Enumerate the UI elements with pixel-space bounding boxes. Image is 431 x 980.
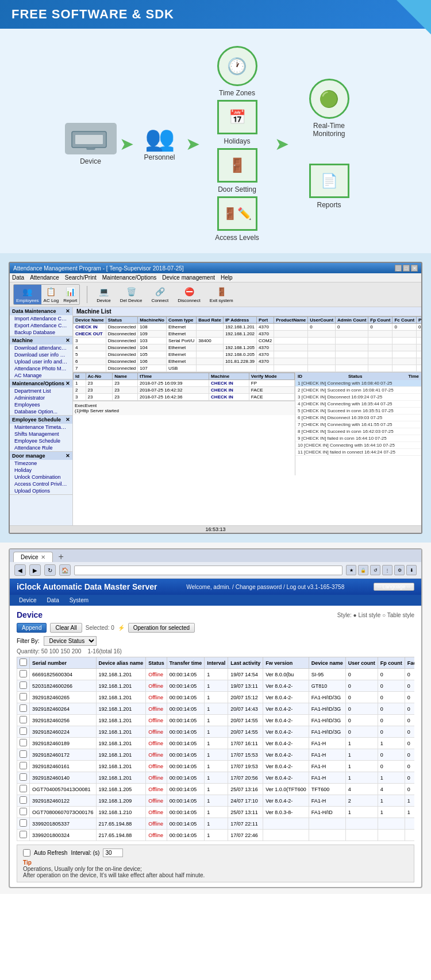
- sidebar-ac-manage[interactable]: AC Manage: [10, 372, 72, 379]
- device-icon: [65, 123, 117, 154]
- device-btn[interactable]: 💻 Device: [94, 285, 113, 304]
- back-btn[interactable]: ◀: [14, 564, 26, 576]
- row-checkbox[interactable]: [20, 796, 27, 804]
- row-checkbox[interactable]: [20, 773, 27, 781]
- sidebar-upload-options[interactable]: Upload Options: [10, 487, 72, 494]
- url-bar[interactable]: http://192.168.1.88:8082/iclock/data/Icl…: [74, 565, 343, 575]
- wcol-fp: Fp count: [378, 657, 405, 669]
- browser-tab-close-btn[interactable]: ✕: [41, 554, 45, 560]
- exit-btn[interactable]: 🚪 Exit system: [207, 285, 236, 304]
- menu-maintenance[interactable]: Maintenance/Options: [102, 274, 157, 281]
- refresh-btn[interactable]: ↻: [44, 564, 56, 576]
- win-maximize-btn[interactable]: □: [403, 265, 410, 272]
- browser-settings-btn[interactable]: ⚙: [394, 565, 405, 575]
- browser-tab-device[interactable]: Device ✕: [13, 552, 53, 562]
- win-close-btn[interactable]: ✕: [411, 265, 418, 272]
- tab-ac-log[interactable]: 📋 AC Log: [41, 285, 61, 304]
- row-checkbox[interactable]: [20, 762, 27, 769]
- sidebar-attendance-rule[interactable]: Attendance Rule: [10, 444, 72, 451]
- menu-search-print[interactable]: Search/Print: [65, 274, 97, 281]
- col-id: Id: [74, 373, 86, 380]
- filter-select[interactable]: Device Status: [44, 636, 97, 646]
- sidebar-unlock-comb[interactable]: Unlock Combination: [10, 474, 72, 481]
- nav-device[interactable]: Device: [14, 596, 41, 605]
- list-item: OGT70400570413O0081192.168.1.205Offline0…: [17, 784, 415, 795]
- style-options: Style: ● List style ○ Table style: [337, 612, 414, 618]
- new-tab-btn[interactable]: +: [56, 552, 66, 562]
- row-checkbox[interactable]: [20, 727, 27, 735]
- disconnect-btn[interactable]: ⛔ Disconnect: [175, 285, 203, 304]
- row-checkbox[interactable]: [20, 693, 27, 700]
- col-status: Status: [106, 317, 137, 324]
- sidebar-timezone[interactable]: Timezone: [10, 460, 72, 467]
- forward-btn[interactable]: ▶: [29, 564, 41, 576]
- nav-data[interactable]: Data: [43, 596, 64, 605]
- interval-input[interactable]: [103, 849, 123, 857]
- nav-system[interactable]: System: [65, 596, 93, 605]
- win-minimize-btn[interactable]: _: [395, 265, 402, 272]
- browser-download-btn[interactable]: ⬇: [406, 565, 417, 575]
- sidebar-employees[interactable]: Employees: [10, 401, 72, 408]
- menu-device-mgmt[interactable]: Device management: [162, 274, 215, 281]
- sidebar-administrator[interactable]: Administrator: [10, 394, 72, 401]
- log-entry: 2 [CHECK IN] Succeed in conn 16:08:41 07…: [295, 387, 421, 394]
- browser-star-btn[interactable]: ★: [346, 565, 356, 575]
- col-verify: Verify Mode: [249, 373, 294, 380]
- sidebar-export-attendance[interactable]: Export Attendance Checking Data: [10, 322, 72, 329]
- arrow-2: ➤: [186, 134, 200, 154]
- sidebar-shifts[interactable]: Shifts Management: [10, 431, 72, 437]
- operation-btn[interactable]: Operation for selected: [128, 623, 195, 633]
- sidebar-timetables[interactable]: Maintenance Timetables: [10, 424, 72, 431]
- home-btn[interactable]: 🏠: [59, 564, 71, 576]
- tab-report[interactable]: 📊 Report: [61, 285, 79, 304]
- col-product: ProductName: [274, 317, 308, 324]
- row-checkbox[interactable]: [20, 681, 27, 689]
- sidebar-import-attendance[interactable]: Import Attendance Checking Data: [10, 315, 72, 322]
- sidebar-download-user[interactable]: Download user info and Fp: [10, 351, 72, 358]
- row-checkbox[interactable]: [20, 670, 27, 677]
- del-device-btn[interactable]: 🗑️ Del Device: [118, 285, 145, 304]
- row-checkbox[interactable]: [20, 831, 27, 838]
- sidebar-upload-user[interactable]: Upload user info and FP: [10, 358, 72, 365]
- sidebar-download-logs[interactable]: Download attendance logs: [10, 344, 72, 351]
- browser-refresh-btn[interactable]: ↺: [370, 565, 380, 575]
- row-checkbox[interactable]: [20, 704, 27, 712]
- software-section: Device ➤ 👥 Personnel ➤ 🕐 Time Zones 📅 Ho…: [0, 29, 431, 253]
- row-checkbox[interactable]: [20, 750, 27, 758]
- browser-lock-btn[interactable]: 🔒: [358, 565, 368, 575]
- sidebar-photo-mgmt[interactable]: Attendance Photo Management: [10, 365, 72, 372]
- row-checkbox[interactable]: [20, 808, 27, 815]
- time-zones-icon: 🕐: [217, 46, 257, 86]
- sidebar-header-schedule: Employee Schedule✕: [10, 416, 72, 424]
- menu-help[interactable]: Help: [221, 274, 233, 281]
- append-btn[interactable]: Append: [17, 623, 47, 633]
- tab-employees[interactable]: 👥 Employees: [14, 285, 41, 304]
- row-checkbox[interactable]: [20, 819, 27, 827]
- log-entry: 5 [CHECK IN] Succeed in conn 16:35:51 07…: [295, 408, 421, 415]
- connect-btn[interactable]: 🔗 Connect: [149, 285, 171, 304]
- row-checkbox[interactable]: [20, 716, 27, 723]
- header-title: FREE SOFTWARE & SDK: [11, 7, 420, 22]
- arrow-3: ➤: [275, 134, 289, 154]
- sidebar-access-ctrl[interactable]: Access Control Privilege: [10, 481, 72, 487]
- menu-data[interactable]: Data: [12, 274, 24, 281]
- menu-attendance[interactable]: Attendance: [30, 274, 59, 281]
- clear-all-btn[interactable]: Clear All: [50, 623, 82, 633]
- browser-toolbar: ◀ ▶ ↻ 🏠 http://192.168.1.88:8082/iclock/…: [10, 562, 421, 579]
- browser-menu-btn[interactable]: ⋮: [382, 565, 392, 575]
- auto-refresh-checkbox[interactable]: [23, 849, 30, 857]
- row-checkbox[interactable]: [20, 785, 27, 792]
- sidebar-emp-schedule[interactable]: Employee Schedule: [10, 437, 72, 444]
- sidebar-section-data-maintenance: Data Maintenance✕ Import Attendance Chec…: [10, 307, 72, 336]
- sidebar-backup-db[interactable]: Backup Database: [10, 329, 72, 336]
- table-row: CHECK INDisconnected108Ethernet192.168.1…: [74, 324, 422, 331]
- sidebar-db-options[interactable]: Database Option...: [10, 408, 72, 415]
- select-all-checkbox[interactable]: [20, 659, 27, 666]
- attendance-table: Id Ac-No Name tTime Machine Verify Mode: [73, 373, 295, 401]
- table-row: 2 23 23 2018-07-25 16:42:32 CHECK IN FAC…: [74, 387, 295, 394]
- sidebar-dept-list[interactable]: Department List: [10, 388, 72, 394]
- sidebar-holiday[interactable]: Holiday: [10, 467, 72, 474]
- language-btn[interactable]: -- Language --: [374, 583, 414, 591]
- device-label: Device: [80, 157, 101, 165]
- row-checkbox[interactable]: [20, 739, 27, 746]
